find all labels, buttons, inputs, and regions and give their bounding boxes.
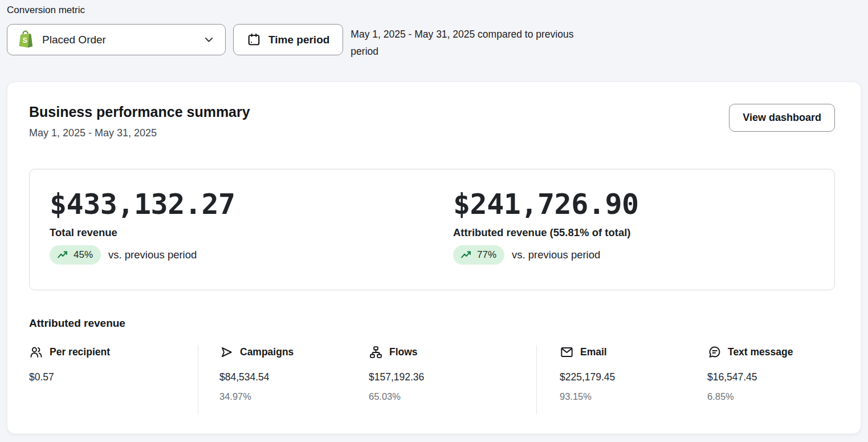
send-icon — [219, 345, 234, 359]
attributed-revenue-heading: Attributed revenue — [29, 317, 835, 330]
toolbar: Conversion metric S Placed Order — [0, 0, 868, 60]
attributed-column-value: $225,179.45 — [560, 371, 707, 383]
attributed-column-label: Per recipient — [50, 346, 110, 358]
attributed-column-label: Campaigns — [240, 346, 294, 358]
view-dashboard-button[interactable]: View dashboard — [729, 104, 835, 132]
flow-icon — [369, 345, 383, 359]
toolbar-controls: S Placed Order Time period May 1, 2025 -… — [7, 24, 861, 60]
attributed-column-value: $157,192.36 — [369, 371, 536, 383]
trend-up-icon — [56, 249, 69, 261]
total-revenue-metric: $433,132.27 Total revenue 45% vs. previo… — [50, 189, 453, 290]
card-title-block: Business performance summary May 1, 2025… — [29, 103, 250, 140]
attributed-column-percent: 65.03% — [369, 391, 536, 402]
attributed-column-label: Email — [580, 346, 607, 358]
total-revenue-change-value: 45% — [74, 249, 93, 261]
calendar-icon — [247, 33, 261, 47]
attributed-revenue-value: $241,726.90 — [453, 189, 834, 220]
business-performance-card: Business performance summary May 1, 2025… — [7, 82, 861, 434]
attributed-column-label: Flows — [389, 346, 418, 358]
chat-icon — [707, 345, 722, 359]
time-period-button[interactable]: Time period — [233, 24, 343, 55]
date-range-note: May 1, 2025 - May 31, 2025 compared to p… — [351, 24, 578, 60]
shopify-icon: S — [17, 30, 34, 49]
people-icon — [29, 345, 43, 359]
attributed-column-campaigns: Campaigns $84,534.54 34.97% — [198, 345, 369, 415]
total-revenue-change-note: vs. previous period — [108, 249, 197, 261]
svg-text:S: S — [23, 37, 27, 44]
card-title: Business performance summary — [29, 103, 250, 121]
attributed-column-percent: 34.97% — [219, 391, 369, 402]
attributed-column-label: Text message — [728, 346, 793, 358]
attributed-column-per-recipient: Per recipient $0.57 — [29, 345, 198, 415]
chevron-down-icon — [203, 34, 215, 46]
attributed-revenue-metric: $241,726.90 Attributed revenue (55.81% o… — [453, 189, 834, 290]
time-period-label: Time period — [268, 34, 329, 46]
conversion-metric-dropdown[interactable]: S Placed Order — [7, 24, 226, 55]
attributed-revenue-change-row: 77% vs. previous period — [453, 245, 834, 265]
attributed-column-value: $16,547.45 — [707, 371, 835, 383]
conversion-metric-value: Placed Order — [42, 34, 106, 46]
total-revenue-label: Total revenue — [50, 226, 453, 239]
total-revenue-change-row: 45% vs. previous period — [50, 245, 453, 265]
attributed-column-flows: Flows $157,192.36 65.03% — [369, 345, 536, 415]
attributed-revenue-breakdown: Per recipient $0.57 Campaigns $84,534.54… — [29, 345, 835, 415]
total-revenue-value: $433,132.27 — [50, 189, 453, 220]
attributed-revenue-label: Attributed revenue (55.81% of total) — [453, 226, 834, 239]
total-revenue-change-badge: 45% — [50, 245, 101, 265]
attributed-column-percent: 93.15% — [560, 391, 707, 402]
attributed-column-value: $84,534.54 — [219, 371, 369, 383]
card-subtitle: May 1, 2025 - May 31, 2025 — [29, 126, 250, 140]
attributed-revenue-change-badge: 77% — [453, 245, 504, 265]
attributed-column-value: $0.57 — [29, 371, 198, 383]
attributed-revenue-change-value: 77% — [477, 249, 496, 261]
card-header: Business performance summary May 1, 2025… — [29, 103, 835, 140]
conversion-metric-label: Conversion metric — [7, 5, 861, 16]
trend-up-icon — [460, 249, 472, 261]
attributed-column-email: Email $225,179.45 93.15% — [536, 345, 707, 415]
attributed-column-text-message: Text message $16,547.45 6.85% — [707, 345, 835, 415]
email-icon — [560, 345, 574, 359]
revenue-metrics-panel: $433,132.27 Total revenue 45% vs. previo… — [29, 169, 835, 290]
attributed-revenue-change-note: vs. previous period — [512, 249, 600, 261]
attributed-column-percent: 6.85% — [707, 391, 835, 402]
